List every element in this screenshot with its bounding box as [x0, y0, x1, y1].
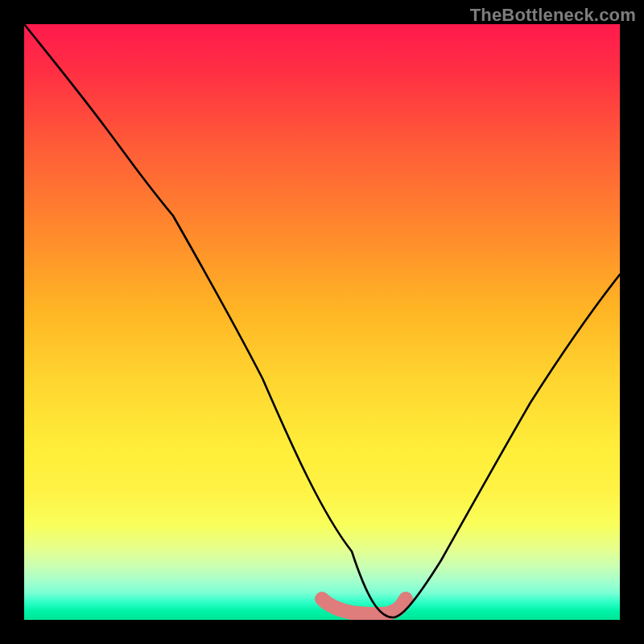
chart-frame: TheBottleneck.com	[0, 0, 644, 644]
valley-highlight-path	[322, 599, 406, 614]
watermark-text: TheBottleneck.com	[470, 5, 636, 26]
plot-area	[24, 24, 620, 620]
bottleneck-curve-path	[24, 24, 620, 617]
curve-layer	[24, 24, 620, 620]
